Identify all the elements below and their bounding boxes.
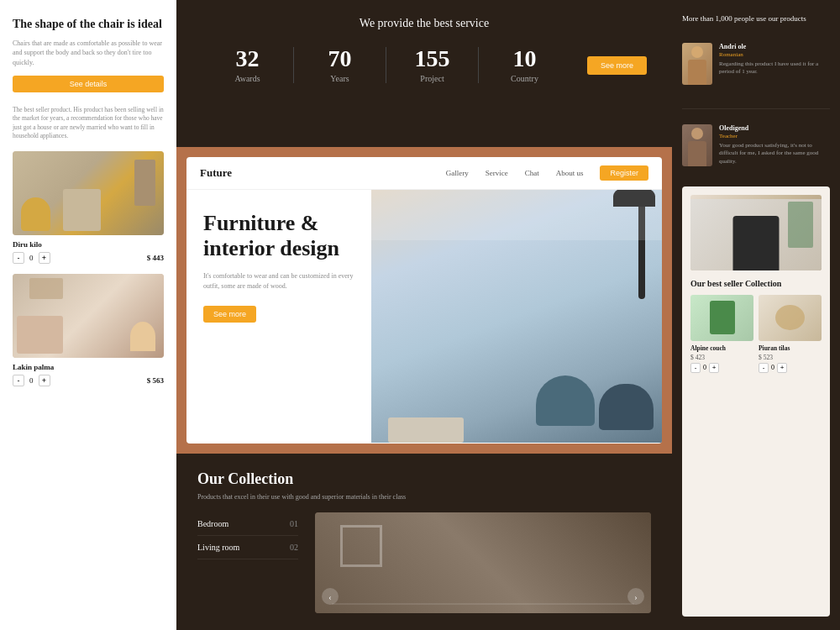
product-image-2 [13,274,164,358]
collection-image-visual [315,512,651,613]
chair-deco-2 [130,322,155,351]
testimonial-name-2: Oledigend [719,124,830,132]
collection-menu-living[interactable]: Living room 02 [197,536,298,559]
qty-increment-1[interactable]: + [39,252,50,264]
qty-decrement-1[interactable]: - [13,252,24,264]
testimonial-avatar-2 [682,124,712,166]
stats-row: 32 Awards 70 Years 155 Project 10 Countr… [202,47,647,83]
testimonial-text-1: Andri ole Romanian Regarding this produc… [719,43,830,77]
collection-menu-bedroom[interactable]: Bedroom 01 [197,512,298,536]
testimonial-role-1: Romanian [719,51,830,58]
product-card-2: Lakin palma - 0 + $ 563 [13,274,164,386]
product-image-inner-2 [13,274,164,358]
testimonial-text-2: Oledigend Teacher Your good product sati… [719,124,830,166]
living-label: Living room [197,543,239,552]
product-price-1: $ 443 [147,254,164,262]
collection-title: Our Collection [197,470,651,488]
stat-project: 155 Project [386,47,479,83]
best-seller-grid: Alpine couch $ 423 - 0 + Piuran tilas $ … [690,295,822,373]
collection-prev-button[interactable]: ‹ [322,588,339,605]
right-chair-image [690,195,822,270]
nav-link-service[interactable]: Service [486,169,508,177]
stats-see-more-button[interactable]: See more [587,56,647,75]
bs-increment-1[interactable]: + [709,363,719,373]
stat-awards-label: Awards [202,74,293,83]
collection-image-area: ‹ › [315,512,651,613]
frame-decoration [134,160,155,206]
person-body-1 [688,60,706,85]
testimonial-body-2: Your good product satisfying, it's not t… [719,142,830,166]
chair-shape [733,216,780,270]
testimonial-name-1: Andri ole [719,43,830,50]
bs-qty-2: 0 [771,364,774,371]
testimonial-body-1: Regarding this product I have used it fo… [719,60,830,77]
furniture-subtext: It's comfortable to wear and can be cust… [203,271,354,291]
testimonial-2: Oledigend Teacher Your good product sati… [682,124,830,166]
collection-menu: Bedroom 01 Living room 02 [197,512,298,613]
qty-decrement-2[interactable]: - [13,375,24,386]
product-name-1: Diru kilo [13,240,164,249]
bedroom-label: Bedroom [197,519,228,528]
qty-value-2: 0 [29,376,34,385]
product-price-2: $ 563 [147,376,164,385]
chair-decoration [21,197,50,231]
decor-circle [775,305,805,330]
bs-increment-2[interactable]: + [777,363,787,373]
qty-control-1: - 0 + [13,252,50,264]
living-num: 02 [290,543,298,552]
left-title: The shape of the chair is ideal [13,17,164,32]
stat-project-num: 155 [386,47,478,71]
main-center: We provide the best service 32 Awards 70… [176,0,672,630]
stats-title: We provide the best service [202,17,647,30]
furniture-text: Furniture & interior design It's comfort… [186,190,371,443]
qty-increment-2[interactable]: + [39,375,50,386]
collection-next-button[interactable]: › [627,588,644,605]
sofa-deco-2 [17,316,63,354]
bs-name-2: Piuran tilas [759,344,822,352]
testimonial-role-2: Teacher [719,133,830,139]
clock-decoration [340,525,382,567]
plant-decoration [788,202,813,248]
bs-img-visual-2 [759,295,822,341]
chair-visual-1 [536,375,595,426]
nav-link-about[interactable]: About us [556,169,584,177]
shelf-visual [388,417,464,443]
testimonial-avatar-1 [682,43,712,85]
nav-register-button[interactable]: Register [600,165,648,181]
person-silhouette-2 [682,124,712,166]
best-seller-item-2: Piuran tilas $ 523 - 0 + [759,295,822,373]
bs-image-1 [690,295,753,341]
bs-price-1: $ 423 [690,354,753,361]
stat-country-num: 10 [479,47,570,71]
divider-1 [682,108,830,109]
product-name-2: Lakin palma [13,363,164,371]
nav-link-gallery[interactable]: Gallery [446,169,469,177]
left-description: Chairs that are made as comfortable as p… [13,39,164,67]
bs-controls-1: - 0 + [690,363,753,373]
window-light [371,190,662,240]
right-white-section: Our best seller Collection Alpine couch … [682,186,830,617]
bs-decrement-2[interactable]: - [759,363,769,373]
furniture-nav: Future Gallery Service Chat About us Reg… [186,157,662,190]
furniture-image [371,190,662,443]
collection-section: Our Collection Products that excel in th… [176,454,672,630]
bs-decrement-1[interactable]: - [690,363,701,373]
person-head-1 [691,46,703,58]
left-product-description: The best seller product. His product has… [13,106,164,141]
stat-country-label: Country [479,74,570,83]
testimonial-1: Andri ole Romanian Regarding this produc… [682,43,830,85]
furniture-content: Furniture & interior design It's comfort… [186,190,662,443]
furniture-headline: Furniture & interior design [203,211,354,261]
furniture-see-more-button[interactable]: See more [203,306,256,323]
person-head-2 [691,128,703,139]
best-seller-item-1: Alpine couch $ 423 - 0 + [690,295,753,373]
nav-link-chat[interactable]: Chat [525,169,539,177]
person-body-2 [688,141,706,166]
stat-awards: 32 Awards [202,47,294,83]
product-grid: Diru kilo - 0 + $ 443 Lakin palma [13,151,164,386]
furniture-inner: Future Gallery Service Chat About us Reg… [186,157,662,444]
sofa-decoration [63,189,101,231]
stat-project-label: Project [386,74,478,83]
bs-img-visual-1 [690,295,753,341]
see-details-button[interactable]: See details [13,76,164,92]
